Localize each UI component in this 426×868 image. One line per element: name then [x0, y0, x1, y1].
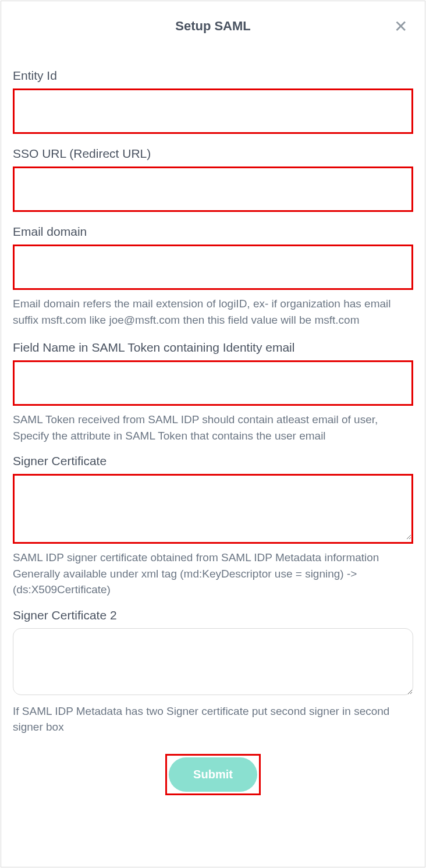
- field-name-highlight: [13, 360, 413, 406]
- signer-cert-group: Signer Certificate SAML IDP signer certi…: [13, 454, 413, 598]
- sso-url-input[interactable]: [15, 168, 411, 210]
- dialog-header: Setup SAML ✕: [13, 13, 413, 34]
- sso-url-label: SSO URL (Redirect URL): [13, 147, 413, 161]
- form-content: Entity Id SSO URL (Redirect URL) Email d…: [13, 34, 413, 795]
- signer-cert-label: Signer Certificate: [13, 454, 413, 468]
- sso-url-highlight: [13, 166, 413, 212]
- submit-button[interactable]: Submit: [169, 757, 257, 792]
- entity-id-label: Entity Id: [13, 69, 413, 83]
- field-name-input[interactable]: [15, 362, 411, 404]
- form-footer: Submit: [13, 748, 413, 795]
- signer-cert2-help: If SAML IDP Metadata has two Signer cert…: [13, 703, 413, 735]
- field-name-label: Field Name in SAML Token containing Iden…: [13, 341, 413, 355]
- email-domain-help: Email domain refers the mail extension o…: [13, 296, 413, 328]
- setup-saml-dialog: Setup SAML ✕ Entity Id SSO URL (Redirect…: [1, 1, 425, 867]
- email-domain-label: Email domain: [13, 225, 413, 239]
- entity-id-highlight: [13, 88, 413, 134]
- submit-highlight: Submit: [165, 754, 261, 795]
- signer-cert-help: SAML IDP signer certificate obtained fro…: [13, 550, 413, 598]
- field-name-help: SAML Token received from SAML IDP should…: [13, 412, 413, 444]
- signer-cert-highlight: [13, 474, 413, 544]
- sso-url-group: SSO URL (Redirect URL): [13, 147, 413, 212]
- email-domain-input[interactable]: [15, 246, 411, 288]
- email-domain-highlight: [13, 245, 413, 290]
- dialog-title: Setup SAML: [175, 19, 251, 33]
- close-icon[interactable]: ✕: [391, 19, 410, 35]
- signer-cert-textarea[interactable]: [15, 476, 411, 540]
- field-name-group: Field Name in SAML Token containing Iden…: [13, 341, 413, 444]
- signer-cert2-group: Signer Certificate 2 If SAML IDP Metadat…: [13, 608, 413, 735]
- signer-cert2-label: Signer Certificate 2: [13, 608, 413, 622]
- signer-cert2-textarea[interactable]: [13, 628, 413, 695]
- email-domain-group: Email domain Email domain refers the mai…: [13, 225, 413, 328]
- entity-id-group: Entity Id: [13, 69, 413, 134]
- entity-id-input[interactable]: [15, 90, 411, 132]
